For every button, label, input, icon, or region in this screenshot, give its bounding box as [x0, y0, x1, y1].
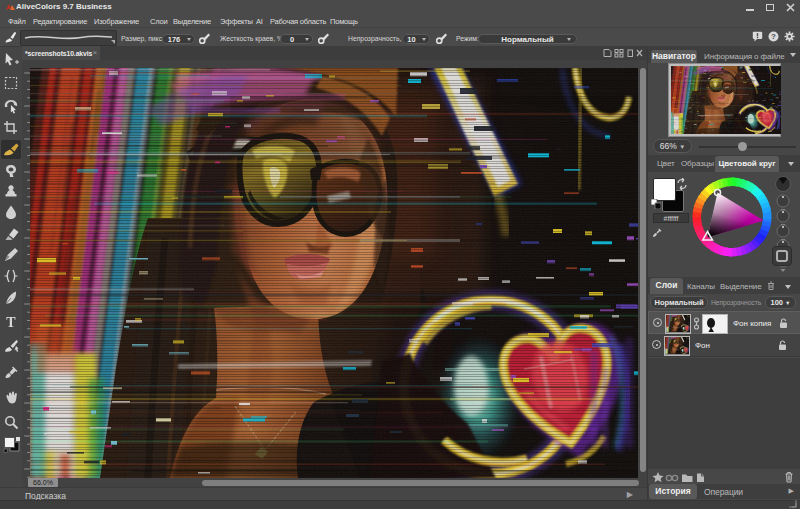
svg-text:?: ?: [771, 32, 776, 41]
svg-text:T: T: [6, 315, 16, 330]
